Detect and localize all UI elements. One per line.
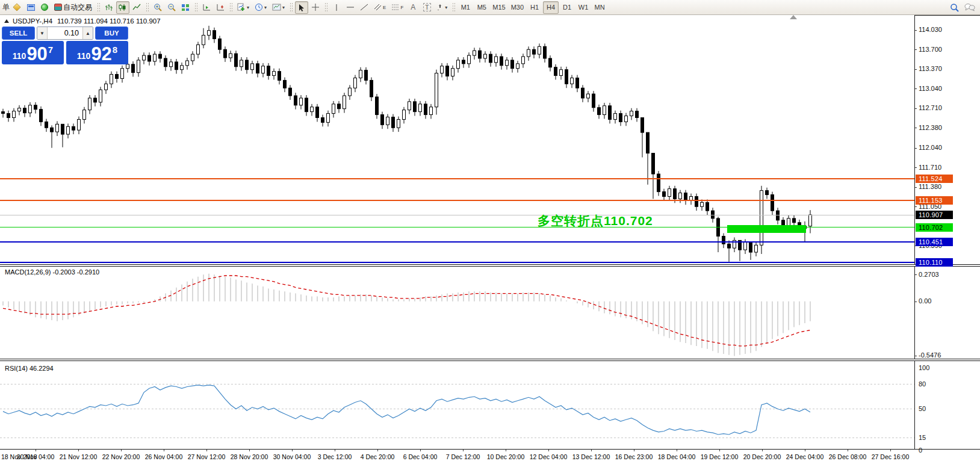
timeframe-H1[interactable]: H1 (527, 1, 542, 14)
chat-icon (964, 3, 975, 11)
vertical-line-tool-button[interactable] (330, 1, 343, 14)
fibonacci-tool-button[interactable]: F (389, 1, 406, 14)
price-axis-label: 112.040 (919, 144, 942, 151)
ask-pip-digit: 8 (113, 45, 117, 55)
highlight-rectangle[interactable] (727, 225, 806, 233)
cursor-tool-button[interactable] (295, 1, 308, 14)
sell-button[interactable]: SELL (2, 26, 35, 40)
macd-pane[interactable]: MACD(12,26,9) -0.2003 -0.2910 (0, 267, 914, 359)
toolbar-grip (452, 2, 455, 12)
price-pane[interactable]: USDJPY-,H4 110.739 111.094 110.716 110.9… (0, 15, 914, 264)
timeframe-H4[interactable]: H4 (543, 1, 559, 14)
rsi-plot[interactable] (0, 361, 914, 449)
new-order-button[interactable] (10, 1, 23, 14)
autotrading-label: 自动交易 (63, 2, 92, 13)
arrows-tool-button[interactable]: ▾ (434, 1, 450, 14)
line-chart-button[interactable] (130, 1, 143, 14)
trendline-tool-button[interactable] (358, 1, 371, 14)
rsi-axis-label: 15 (919, 434, 926, 441)
horizontal-level-line[interactable] (0, 262, 914, 263)
rsi-axis-label: 0 (919, 447, 922, 454)
search-button[interactable] (947, 1, 961, 14)
tile-windows-button[interactable] (179, 1, 192, 14)
data-window-button[interactable] (24, 1, 37, 14)
text-tool-button[interactable]: A (406, 1, 420, 14)
crosshair-icon (311, 3, 320, 11)
navigator-button[interactable] (38, 1, 51, 14)
indicators-button[interactable]: ▾ (235, 1, 252, 14)
time-axis-label: 13 Dec 12:00 (567, 453, 615, 460)
line-chart-icon (132, 4, 141, 11)
price-axis-label: 111.710 (919, 164, 941, 171)
price-badge: 111.153 (916, 196, 953, 205)
trendline-icon (360, 4, 368, 11)
price-axis-border (914, 15, 915, 449)
timeframe-W1[interactable]: W1 (575, 1, 591, 14)
horizontal-line-tool-button[interactable] (344, 1, 357, 14)
ask-big-digits: 92 (91, 45, 111, 63)
horizontal-level-line[interactable] (0, 178, 914, 179)
time-axis-label: 22 Nov 20:00 (97, 453, 145, 460)
toolbar: 单 自动交易 ▾ ▾ ▾ (0, 0, 980, 15)
zoom-out-button[interactable] (165, 1, 178, 14)
candlestick-chart-icon (119, 4, 127, 11)
time-axis-label: 27 Nov 12:00 (182, 453, 231, 460)
pane-separator[interactable] (0, 264, 980, 267)
periods-button[interactable]: ▾ (252, 1, 269, 14)
timeframe-D1[interactable]: D1 (559, 1, 575, 14)
text-label-tool-button[interactable]: T (420, 1, 433, 14)
chart-window-icon (27, 4, 35, 11)
toolbar-grip (146, 2, 149, 12)
autotrading-button[interactable]: 自动交易 (52, 1, 95, 14)
channel-icon (374, 4, 382, 11)
crosshair-tool-button[interactable] (309, 1, 322, 14)
horizontal-level-line[interactable] (0, 241, 914, 243)
ask-price-box[interactable]: 110928 (66, 41, 128, 64)
text-label-icon: T (423, 3, 431, 11)
buy-button[interactable]: BUY (95, 26, 128, 40)
timeframe-M30[interactable]: M30 (509, 1, 526, 14)
zoom-in-icon (154, 3, 162, 11)
horizontal-line-icon (346, 4, 355, 10)
bid-prefix: 110 (13, 51, 26, 61)
price-axis-label: 114.030 (919, 26, 942, 33)
rsi-pane[interactable]: RSI(14) 46.2294 (0, 361, 914, 448)
templates-button[interactable]: ▾ (270, 1, 287, 14)
macd-axis-label: -0.5476 (919, 351, 941, 359)
auto-scroll-button[interactable] (200, 1, 213, 14)
timeframe-M5[interactable]: M5 (474, 1, 489, 14)
rsi-axis-label: 80 (919, 380, 926, 388)
bid-big-digits: 90 (26, 45, 47, 63)
timeframe-MN[interactable]: MN (592, 1, 607, 14)
bid-price-box[interactable]: 110907 (2, 41, 64, 64)
chart-shift-button[interactable] (214, 1, 227, 14)
time-axis-label: 18 Dec 04:00 (653, 453, 701, 460)
timeframe-M15[interactable]: M15 (490, 1, 507, 14)
price-badge: 111.524 (916, 175, 953, 183)
bar-chart-button[interactable] (102, 1, 116, 14)
timeframe-M1[interactable]: M1 (457, 1, 473, 14)
time-axis-label: 24 Dec 04:00 (781, 453, 829, 460)
dropdown-caret-icon: ▾ (264, 5, 267, 10)
macd-plot[interactable] (0, 267, 914, 359)
pane-separator[interactable] (0, 359, 980, 361)
horizontal-level-line[interactable] (0, 215, 914, 215)
price-badge: 110.451 (916, 238, 953, 246)
volume-increase-button[interactable]: ▲ (82, 27, 93, 39)
arrows-icon (436, 4, 444, 11)
price-axis-label: 111.380 (919, 183, 941, 190)
time-axis-label: 4 Dec 20:00 (353, 453, 402, 460)
time-axis-label: 3 Dec 12:00 (311, 453, 359, 460)
candlestick-chart-button[interactable] (116, 1, 129, 14)
toolbar-grip (194, 2, 197, 12)
volume-value[interactable]: 0.10 (48, 27, 82, 39)
horizontal-level-line[interactable] (0, 200, 914, 201)
volume-decrease-button[interactable]: ▼ (37, 27, 48, 39)
zoom-in-button[interactable] (151, 1, 164, 14)
channel-tool-button[interactable]: E (371, 1, 388, 14)
rsi-axis-label: 50 (919, 405, 926, 412)
chat-button[interactable] (962, 1, 978, 14)
price-axis-label: 112.710 (919, 104, 942, 111)
new-order-label[interactable]: 单 (2, 2, 10, 13)
time-axis-label: 10 Dec 20:00 (482, 453, 530, 460)
